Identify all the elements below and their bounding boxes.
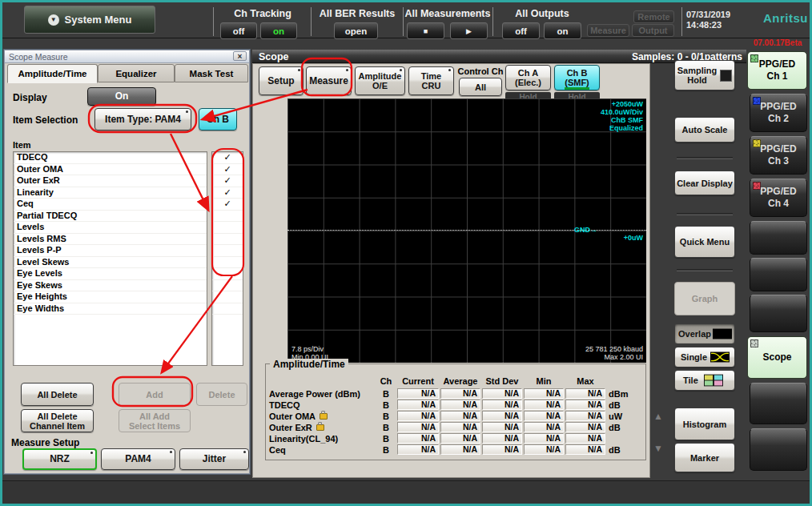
item-row[interactable]: Eye Widths: [14, 303, 207, 315]
item-list[interactable]: TDECQ Outer OMA Outer ExR Linearity Ceq …: [13, 151, 207, 366]
item-row[interactable]: Linearity: [14, 187, 207, 199]
channel-a-elec-button[interactable]: Ch A (Elec.): [505, 65, 551, 90]
item-row[interactable]: Partial TDECQ: [14, 211, 207, 223]
time: 14:48:23: [686, 20, 739, 30]
item-row[interactable]: Eye Levels: [14, 268, 207, 280]
item-row[interactable]: TDECQ: [14, 152, 207, 164]
sidebar-tab-empty[interactable]: [750, 383, 807, 424]
add-button[interactable]: Add: [119, 383, 191, 406]
item-check: ✓: [212, 164, 243, 176]
column-header-stddev: Std Dev: [482, 376, 522, 386]
all-ber-open-button[interactable]: open: [334, 22, 378, 39]
result-value: N/A: [482, 422, 522, 432]
scope-measure-button[interactable]: Measure: [306, 66, 352, 95]
result-unit: dB: [609, 423, 621, 432]
sidebar-tab-empty[interactable]: [750, 258, 807, 291]
tab-equalizer[interactable]: Equalizer: [98, 64, 175, 82]
ch-tracking-off-button[interactable]: off: [220, 22, 257, 39]
sidebar-tab-ppged-ch3[interactable]: PPG/ED Ch 3: [750, 136, 807, 175]
marker-button[interactable]: Marker: [674, 443, 735, 472]
item-row[interactable]: Eye Heights: [14, 291, 207, 303]
tab-label-line1: PPG/ED: [760, 143, 796, 155]
all-measurements-stop-button[interactable]: ■: [407, 22, 444, 39]
quick-menu-button[interactable]: Quick Menu: [674, 226, 735, 258]
result-value: N/A: [524, 411, 564, 421]
lock-icon: [316, 424, 324, 431]
sidebar-tab-empty[interactable]: [750, 428, 807, 471]
item-row[interactable]: Levels P-P: [14, 245, 207, 257]
item-row[interactable]: Level Skews: [14, 257, 207, 269]
result-value: N/A: [440, 411, 480, 421]
ch-tracking-on-button[interactable]: on: [260, 22, 297, 39]
pam4-mode-button[interactable]: PAM4: [101, 448, 175, 470]
scroll-up-button[interactable]: ▲: [653, 412, 663, 421]
system-menu-button[interactable]: ▼ System Menu: [24, 6, 155, 34]
all-outputs-on-button[interactable]: on: [544, 22, 581, 39]
all-delete-channel-item-button[interactable]: All Delete Channel Item: [21, 409, 94, 432]
window-title: Scope Measure: [9, 52, 68, 62]
item-row[interactable]: Ceq: [14, 199, 207, 211]
sidebar-tab-empty[interactable]: [750, 221, 807, 255]
sidebar-tab-empty[interactable]: [750, 295, 807, 332]
result-unit: uW: [609, 412, 622, 421]
tab-mask-test[interactable]: Mask Test: [175, 64, 248, 82]
sidebar-tab-ppged-ch1[interactable]: PPG/ED Ch 1: [747, 51, 807, 90]
divider: [677, 269, 733, 271]
result-value: N/A: [397, 400, 439, 410]
item-check: ✓: [212, 187, 243, 199]
item-check-column: ✓ ✓ ✓ ✓ ✓: [211, 151, 243, 366]
item-check: ✓: [212, 199, 243, 211]
item-check: [212, 303, 243, 315]
sidebar-tab-scope[interactable]: Scope: [747, 336, 807, 379]
amplitude-oe-button[interactable]: Amplitude O/E: [355, 66, 405, 95]
display-on-button[interactable]: On: [87, 87, 156, 106]
scroll-down-button[interactable]: ▼: [653, 444, 663, 453]
divider: [403, 7, 404, 36]
scope-setup-button[interactable]: Setup: [259, 66, 303, 95]
control-ch-all-button[interactable]: All: [459, 78, 502, 96]
all-delete-button[interactable]: All Delete: [21, 383, 94, 406]
scope-panel-body: Setup Measure Amplitude O/E Time CRU Con…: [252, 63, 650, 478]
sidebar-tab-ppged-ch4[interactable]: PPG/ED Ch 4: [750, 179, 807, 217]
nrz-mode-button[interactable]: NRZ: [22, 448, 97, 470]
item-check: [212, 211, 243, 223]
item-row[interactable]: Outer ExR: [14, 175, 207, 187]
delete-button[interactable]: Delete: [196, 383, 247, 406]
item-list-header: Item: [13, 140, 31, 150]
result-ch: B: [376, 412, 396, 421]
jitter-mode-button[interactable]: Jitter: [179, 448, 249, 470]
time-cru-button[interactable]: Time CRU: [408, 66, 454, 95]
tab-label-line2: Ch 3: [768, 155, 789, 167]
all-measurements-start-button[interactable]: ▶: [450, 22, 488, 39]
overlap-view-button[interactable]: Overlap: [674, 323, 735, 344]
output-indicator: Output: [632, 24, 674, 37]
sampling-hold-button[interactable]: Sampling Hold: [674, 60, 735, 90]
tab-label-line2: Ch 4: [768, 198, 789, 210]
result-value: N/A: [482, 444, 522, 455]
window-title-bar[interactable]: Scope Measure ×: [5, 50, 249, 63]
graph-button[interactable]: Graph: [674, 282, 735, 315]
anritsu-logo: Anritsu: [763, 11, 811, 25]
all-add-select-items-button[interactable]: All Add Select Items: [119, 409, 191, 432]
tile-view-button[interactable]: Tile: [674, 370, 735, 391]
item-row[interactable]: Levels RMS: [14, 234, 207, 246]
histogram-button[interactable]: Histogram: [674, 408, 735, 440]
sidebar-tab-ppged-ch2[interactable]: PPG/ED Ch 2: [750, 94, 807, 132]
channel-b-button[interactable]: Ch B: [199, 108, 237, 131]
clear-display-button[interactable]: Clear Display: [674, 171, 735, 195]
result-value: N/A: [524, 422, 564, 432]
all-outputs-off-button[interactable]: off: [502, 22, 540, 39]
result-unit: dBm: [609, 389, 628, 399]
item-check: [212, 291, 243, 303]
item-row[interactable]: Outer OMA: [14, 164, 207, 176]
result-value: N/A: [440, 422, 480, 432]
single-view-button[interactable]: Single: [674, 347, 735, 367]
auto-scale-button[interactable]: Auto Scale: [674, 117, 735, 143]
close-icon[interactable]: ×: [233, 51, 247, 61]
item-type-button[interactable]: Item Type: PAM4: [94, 108, 191, 131]
result-row-name: TDECQ: [269, 400, 300, 411]
divider: [677, 213, 733, 215]
item-row[interactable]: Eye Skews: [14, 280, 207, 292]
tab-amplitude-time[interactable]: Amplitude/Time: [7, 64, 98, 83]
item-row[interactable]: Levels: [14, 222, 207, 234]
